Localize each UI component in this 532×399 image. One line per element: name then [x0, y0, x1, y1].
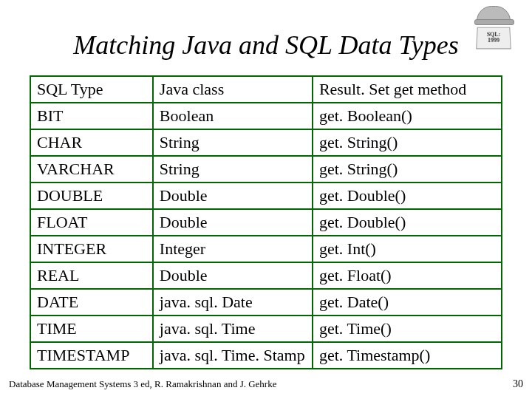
- table-row: TIMESTAMP java. sql. Time. Stamp get. Ti…: [30, 342, 502, 369]
- table-row: TIME java. sql. Time get. Time(): [30, 316, 502, 342]
- cell-resultset: get. Int(): [313, 236, 502, 262]
- cell-sql-type: DOUBLE: [30, 183, 153, 209]
- cell-resultset: get. String(): [313, 156, 502, 183]
- slide-title: Matching Java and SQL Data Types: [30, 30, 502, 61]
- cell-sql-type: CHAR: [30, 129, 153, 156]
- table-row: VARCHAR String get. String(): [30, 156, 502, 183]
- footer-text: Database Management Systems 3 ed, R. Ram…: [9, 378, 276, 389]
- table-row: FLOAT Double get. Double(): [30, 209, 502, 236]
- cell-sql-type: DATE: [30, 289, 153, 316]
- helmet-icon: [477, 6, 511, 24]
- cell-java-class: Double: [153, 209, 313, 236]
- cell-sql-type: TIME: [30, 316, 153, 342]
- table-row: CHAR String get. String(): [30, 129, 502, 156]
- table-row: REAL Double get. Float(): [30, 262, 502, 289]
- cell-sql-type: BIT: [30, 103, 153, 129]
- cell-resultset: get. Float(): [313, 262, 502, 289]
- slide: SQL: 1999 Matching Java and SQL Data Typ…: [0, 0, 532, 399]
- cell-resultset: get. Boolean(): [313, 103, 502, 129]
- cell-sql-type: TIMESTAMP: [30, 342, 153, 369]
- type-mapping-table: SQL Type Java class Result. Set get meth…: [30, 75, 502, 369]
- header-sql-type: SQL Type: [30, 76, 153, 103]
- sql-logo: SQL: 1999: [470, 6, 517, 53]
- book-icon: SQL: 1999: [476, 27, 511, 50]
- cell-java-class: String: [153, 156, 313, 183]
- cell-java-class: Integer: [153, 236, 313, 262]
- cell-sql-type: VARCHAR: [30, 156, 153, 183]
- cell-resultset: get. Double(): [313, 183, 502, 209]
- footer: Database Management Systems 3 ed, R. Ram…: [9, 378, 523, 390]
- table-row: DOUBLE Double get. Double(): [30, 183, 502, 209]
- cell-java-class: Double: [153, 183, 313, 209]
- cell-java-class: java. sql. Time: [153, 316, 313, 342]
- cell-sql-type: REAL: [30, 262, 153, 289]
- table-row: INTEGER Integer get. Int(): [30, 236, 502, 262]
- cell-resultset: get. Double(): [313, 209, 502, 236]
- table-row: DATE java. sql. Date get. Date(): [30, 289, 502, 316]
- cell-java-class: Boolean: [153, 103, 313, 129]
- cell-java-class: java. sql. Time. Stamp: [153, 342, 313, 369]
- cell-sql-type: INTEGER: [30, 236, 153, 262]
- cell-java-class: Double: [153, 262, 313, 289]
- page-number: 30: [513, 378, 523, 390]
- logo-line2: 1999: [488, 38, 499, 44]
- cell-resultset: get. Timestamp(): [313, 342, 502, 369]
- cell-java-class: String: [153, 129, 313, 156]
- table-row: BIT Boolean get. Boolean(): [30, 103, 502, 129]
- header-resultset: Result. Set get method: [313, 76, 502, 103]
- cell-resultset: get. Date(): [313, 289, 502, 316]
- header-java-class: Java class: [153, 76, 313, 103]
- cell-resultset: get. Time(): [313, 316, 502, 342]
- cell-java-class: java. sql. Date: [153, 289, 313, 316]
- cell-resultset: get. String(): [313, 129, 502, 156]
- cell-sql-type: FLOAT: [30, 209, 153, 236]
- table-header-row: SQL Type Java class Result. Set get meth…: [30, 76, 502, 103]
